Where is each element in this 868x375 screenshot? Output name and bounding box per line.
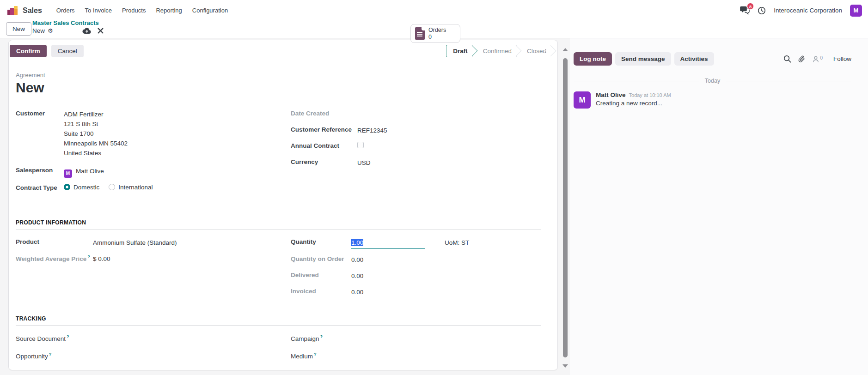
customer-reference-label: Customer Reference xyxy=(291,126,357,133)
messages-icon[interactable]: 8 xyxy=(740,6,750,15)
header: Sales Orders To Invoice Products Reporti… xyxy=(0,0,868,38)
help-question-icon[interactable]: ? xyxy=(67,334,69,339)
breadcrumb-parent-link[interactable]: Master Sales Contracts xyxy=(32,19,99,26)
status-step-draft[interactable]: Draft xyxy=(446,45,472,57)
annual-contract-field: Annual Contract xyxy=(291,142,541,152)
form-scrollbar xyxy=(561,40,570,370)
opportunity-label: Opportunity? xyxy=(16,351,93,360)
help-question-icon[interactable]: ? xyxy=(320,334,323,339)
menu-to-invoice[interactable]: To Invoice xyxy=(80,0,117,21)
salesperson-avatar: M xyxy=(64,169,72,178)
product-field-group: Product Ammonium Sulfate (Standard) Weig… xyxy=(16,238,541,303)
scroll-down-arrow[interactable] xyxy=(562,364,568,368)
invoiced-label: Invoiced xyxy=(291,287,351,295)
help-question-icon[interactable]: ? xyxy=(49,352,52,357)
messages-badge: 8 xyxy=(747,3,754,10)
currency-value[interactable]: USD xyxy=(357,158,371,168)
main-content: Confirm Cancel Draft Confirmed Closed Ag… xyxy=(0,38,868,375)
currency-field: Currency USD xyxy=(291,158,541,168)
customer-address-line: Suite 1700 xyxy=(64,129,128,139)
record-title[interactable]: New xyxy=(16,80,541,96)
medium-field: Medium? xyxy=(291,351,541,362)
follow-button[interactable]: Follow xyxy=(833,55,851,62)
campaign-label: Campaign? xyxy=(291,334,357,342)
source-document-field: Source Document? xyxy=(16,334,291,344)
quantity-input[interactable]: 1.00 xyxy=(351,238,425,249)
chatter-message: M Matt Olive Today at 10:10 AM Creating … xyxy=(574,91,851,109)
new-button[interactable]: New xyxy=(6,22,31,36)
chatter-toolbar: Log note Send message Activities xyxy=(574,52,851,66)
help-question-icon[interactable]: ? xyxy=(312,369,314,371)
delivered-value: 0.00 xyxy=(351,271,363,281)
user-avatar[interactable]: M xyxy=(850,5,862,17)
customer-label: Customer xyxy=(16,109,64,117)
tracking-field-group: Source Document? Opportunity? xyxy=(16,334,541,371)
annual-contract-checkbox[interactable] xyxy=(357,142,364,148)
medium-label: Medium? xyxy=(291,351,357,360)
source-label: Source? xyxy=(291,369,357,371)
customer-reference-value[interactable]: REF12345 xyxy=(357,126,387,135)
search-icon[interactable] xyxy=(783,55,791,63)
product-field: Product Ammonium Sulfate (Standard) xyxy=(16,238,291,248)
salesperson-label: Salesperson xyxy=(16,166,64,174)
menu-reporting[interactable]: Reporting xyxy=(151,0,187,21)
status-step-confirmed[interactable]: Confirmed xyxy=(472,45,516,57)
send-message-button[interactable]: Send message xyxy=(615,52,671,66)
customer-field: Customer ADM Fertilizer 121 S 8th St Sui… xyxy=(16,109,291,158)
campaign-field: Campaign? xyxy=(291,334,541,344)
date-created-label: Date Created xyxy=(291,109,357,117)
message-author[interactable]: Matt Olive xyxy=(596,91,626,98)
customer-reference-field: Customer Reference REF12345 xyxy=(291,126,541,136)
company-name[interactable]: Interoceanic Corporation xyxy=(774,7,842,14)
orders-smart-button[interactable]: Orders 0 xyxy=(410,24,460,43)
customer-address-line: Minneapolis MN 55402 xyxy=(64,139,128,148)
help-question-icon[interactable]: ? xyxy=(87,254,90,259)
radio-domestic[interactable]: Domestic xyxy=(64,184,99,191)
help-question-icon[interactable]: ? xyxy=(314,352,317,357)
scrollbar-thumb[interactable] xyxy=(563,58,568,357)
invoiced-field: Invoiced 0.00 xyxy=(291,287,541,297)
app-title[interactable]: Sales xyxy=(23,6,42,15)
salesperson-value[interactable]: Matt Olive xyxy=(76,168,104,175)
salesperson-field: Salesperson MMatt Olive xyxy=(16,166,291,178)
radio-international[interactable]: International xyxy=(109,184,153,191)
attachment-paperclip-icon[interactable] xyxy=(798,55,805,63)
confirm-button[interactable]: Confirm xyxy=(10,45,47,57)
agreement-caption: Agreement xyxy=(16,72,541,79)
customer-name[interactable]: ADM Fertilizer xyxy=(64,109,128,119)
navbar-right: 8 Interoceanic Corporation M xyxy=(740,0,868,21)
product-value[interactable]: Ammonium Sulfate (Standard) xyxy=(93,238,177,248)
cancel-button[interactable]: Cancel xyxy=(51,45,84,57)
delivered-field: Delivered 0.00 xyxy=(291,271,541,281)
app-window: Sales Orders To Invoice Products Reporti… xyxy=(0,0,868,375)
menu-products[interactable]: Products xyxy=(117,0,151,21)
log-note-button[interactable]: Log note xyxy=(574,52,612,66)
scroll-up-arrow[interactable] xyxy=(562,48,568,51)
quantity-field: Quantity 1.00 UoM: ST xyxy=(291,238,541,249)
menu-configuration[interactable]: Configuration xyxy=(187,0,233,21)
weighted-average-price-field: Weighted Average Price? $ 0.00 xyxy=(16,254,291,264)
customer-address-line: 121 S 8th St xyxy=(64,119,128,129)
product-label: Product xyxy=(16,238,93,245)
save-cloud-icon[interactable] xyxy=(82,27,91,34)
orders-smart-button-count: 0 xyxy=(428,34,446,41)
today-divider: Today xyxy=(574,78,851,84)
settings-gear-icon[interactable]: ⚙ xyxy=(48,27,53,34)
activity-clock-icon[interactable] xyxy=(758,6,766,15)
message-avatar[interactable]: M xyxy=(574,91,591,109)
currency-label: Currency xyxy=(291,158,357,165)
sales-app-icon[interactable] xyxy=(6,5,18,16)
menu-orders[interactable]: Orders xyxy=(51,0,80,21)
weighted-average-price-label: Weighted Average Price? xyxy=(16,254,93,262)
product-information-heading: PRODUCT INFORMATION xyxy=(16,219,541,230)
discard-x-icon[interactable] xyxy=(98,28,104,34)
activities-button[interactable]: Activities xyxy=(674,52,714,66)
contract-type-field: Contract Type Domestic International xyxy=(16,184,291,194)
message-timestamp: Today at 10:10 AM xyxy=(629,92,671,98)
form-sheet: Agreement New Customer ADM Fertilizer 12… xyxy=(9,61,557,370)
radio-selected-icon xyxy=(64,184,70,190)
chatter-panel: Log note Send message Activities xyxy=(570,38,868,375)
followers-button[interactable]: 0 xyxy=(812,55,823,63)
opportunity-field: Opportunity? xyxy=(16,351,291,362)
radio-domestic-label: Domestic xyxy=(73,184,99,191)
